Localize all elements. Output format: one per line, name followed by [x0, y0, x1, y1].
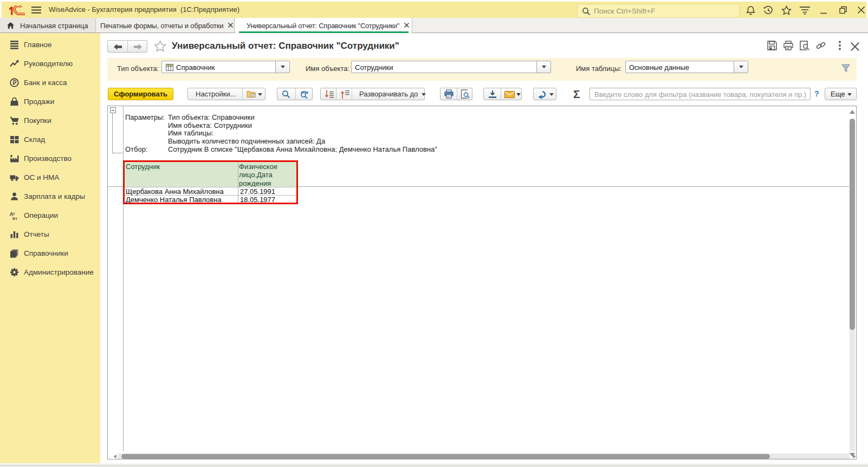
- svg-text:Кт: Кт: [12, 216, 17, 220]
